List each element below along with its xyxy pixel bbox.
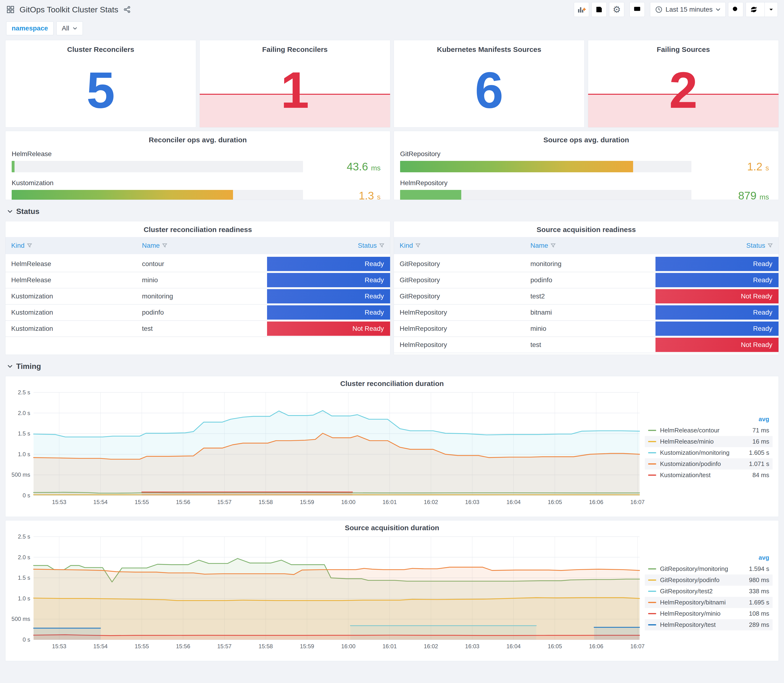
panel-source-acquisition-duration: Source acquisition duration 15:5315:5415… — [5, 520, 779, 661]
legend-item[interactable]: Kustomization/podinfo 1.071 s — [645, 459, 773, 470]
bar-gauge-value: 1.3 s — [303, 189, 384, 200]
svg-text:16:05: 16:05 — [548, 499, 562, 505]
svg-text:500 ms: 500 ms — [11, 616, 30, 622]
svg-text:15:56: 15:56 — [176, 643, 190, 649]
legend-item[interactable]: HelmRelease/minio 16 ms — [645, 436, 773, 447]
section-label: Status — [16, 207, 40, 216]
cell-kind: HelmRelease — [5, 255, 136, 272]
legend-item[interactable]: GitRepository/test2 338 ms — [645, 586, 773, 597]
panel-title[interactable]: Reconciler ops avg. duration — [12, 136, 384, 144]
panel-title[interactable]: Cluster reconciliation readiness — [5, 226, 390, 234]
panel-title[interactable]: Source acquisition readiness — [394, 226, 779, 234]
column-header-kind[interactable]: Kind — [394, 237, 524, 255]
svg-text:1.5 s: 1.5 s — [18, 574, 30, 581]
readiness-table: Kind Name Status GitRepository monitorin… — [394, 237, 779, 353]
time-range-picker[interactable]: Last 15 minutes — [650, 2, 726, 17]
add-panel-button[interactable] — [574, 2, 589, 17]
series-color-dash — [648, 452, 656, 453]
time-series-plot[interactable]: 15:5315:5415:5515:5615:5715:5815:5916:00… — [10, 389, 643, 507]
svg-text:15:58: 15:58 — [258, 643, 273, 649]
svg-text:1.0 s: 1.0 s — [18, 595, 30, 601]
series-color-dash — [648, 441, 656, 442]
series-color-dash — [648, 591, 656, 592]
cycle-view-button[interactable] — [630, 2, 645, 17]
time-series-plot[interactable]: 15:5315:5415:5515:5615:5715:5815:5916:00… — [10, 533, 643, 651]
svg-text:2.0 s: 2.0 s — [18, 410, 30, 416]
series-avg-value: 1.605 s — [734, 449, 769, 457]
panel-title[interactable]: Cluster Reconcilers — [5, 45, 196, 53]
section-header-timing[interactable]: Timing — [5, 358, 779, 376]
panel-title[interactable]: Failing Reconcilers — [200, 45, 390, 53]
gauge-body: HelmRelease 43.6 ms Kustomization 1.3 s — [12, 150, 384, 200]
legend-item[interactable]: HelmRepository/test 289 ms — [645, 619, 773, 630]
svg-text:15:58: 15:58 — [258, 499, 273, 505]
variable-label-namespace: namespace — [6, 21, 54, 35]
panel-source-acquisition-readiness: Source acquisition readiness Kind Name S… — [394, 221, 779, 355]
series-avg-value: 338 ms — [734, 588, 769, 595]
top-bar: GitOps Toolkit Cluster Stats ⚙ Last 15 m… — [0, 0, 784, 19]
svg-text:15:59: 15:59 — [300, 499, 314, 505]
series-avg-value: 108 ms — [734, 610, 769, 617]
save-dashboard-button[interactable] — [592, 2, 607, 17]
column-header-kind[interactable]: Kind — [5, 237, 136, 255]
legend-item[interactable]: HelmRepository/bitnami 1.695 s — [645, 597, 773, 608]
section-label: Timing — [16, 362, 41, 371]
filter-icon — [768, 243, 773, 248]
svg-text:15:54: 15:54 — [93, 643, 107, 649]
cell-name: monitoring — [136, 288, 267, 305]
share-icon[interactable] — [123, 5, 131, 14]
bar-gauge-value: 1.2 s — [691, 160, 772, 173]
section-header-status[interactable]: Status — [5, 203, 779, 221]
cell-name: bitnami — [524, 305, 655, 321]
legend-avg-header[interactable]: avg — [645, 415, 773, 425]
legend-item[interactable]: GitRepository/podinfo 980 ms — [645, 574, 773, 586]
column-header-name[interactable]: Name — [524, 237, 655, 255]
panel-title[interactable]: Source acquisition duration — [10, 524, 774, 532]
monitor-icon — [633, 5, 641, 14]
panel-title[interactable]: Kubernetes Manifests Sources — [394, 45, 584, 53]
legend-item[interactable]: Kustomization/test 84 ms — [645, 470, 773, 481]
dashboard-settings-button[interactable]: ⚙ — [609, 2, 624, 17]
series-avg-value: 1.695 s — [734, 599, 769, 606]
zoom-out-button[interactable] — [728, 2, 743, 17]
cell-name: podinfo — [136, 305, 267, 321]
panel-title[interactable]: Failing Sources — [588, 45, 779, 53]
series-color-dash — [648, 430, 656, 431]
column-header-status[interactable]: Status — [267, 237, 390, 255]
chevron-down-icon — [7, 364, 13, 369]
table-row: GitRepository monitoring Ready — [394, 255, 779, 272]
dashboard-grid-icon — [6, 5, 15, 14]
bar-gauge-row: Kustomization 1.3 s — [12, 179, 384, 200]
legend-item[interactable]: HelmRelease/contour 71 ms — [645, 425, 773, 436]
cell-kind: GitRepository — [394, 255, 524, 272]
stat-value: 1 — [200, 64, 390, 115]
legend-item[interactable]: HelmRepository/minio 108 ms — [645, 608, 773, 619]
variable-namespace-value: All — [62, 24, 69, 32]
legend-item[interactable]: Kustomization/monitoring 1.605 s — [645, 447, 773, 459]
series-avg-value: 1.071 s — [734, 460, 769, 468]
variable-namespace-dropdown[interactable]: All — [56, 21, 83, 35]
chevron-down-icon — [715, 7, 721, 12]
refresh-button[interactable] — [746, 2, 762, 17]
refresh-interval-dropdown[interactable] — [765, 2, 778, 17]
legend-item[interactable]: GitRepository/monitoring 1.594 s — [645, 563, 773, 574]
table-row: HelmRelease minio Ready — [5, 272, 390, 288]
series-color-dash — [648, 475, 656, 476]
cell-kind: HelmRepository — [394, 321, 524, 337]
column-header-status[interactable]: Status — [656, 237, 779, 255]
bar-gauge-track — [12, 190, 303, 200]
bar-gauge-track — [400, 161, 691, 172]
cell-kind: HelmRepository — [394, 337, 524, 353]
status-badge: Ready — [267, 289, 390, 303]
svg-text:16:01: 16:01 — [383, 643, 397, 649]
table-row: GitRepository podinfo Ready — [394, 272, 779, 288]
panel-title[interactable]: Cluster reconciliation duration — [10, 380, 774, 388]
cell-name: contour — [136, 255, 267, 272]
svg-text:1.5 s: 1.5 s — [18, 430, 30, 437]
panel-title[interactable]: Source ops avg. duration — [400, 136, 772, 144]
legend-avg-header[interactable]: avg — [645, 554, 773, 563]
column-header-name[interactable]: Name — [136, 237, 267, 255]
filter-icon — [415, 243, 420, 248]
cell-kind: GitRepository — [394, 288, 524, 305]
series-name: Kustomization/test — [660, 471, 734, 479]
